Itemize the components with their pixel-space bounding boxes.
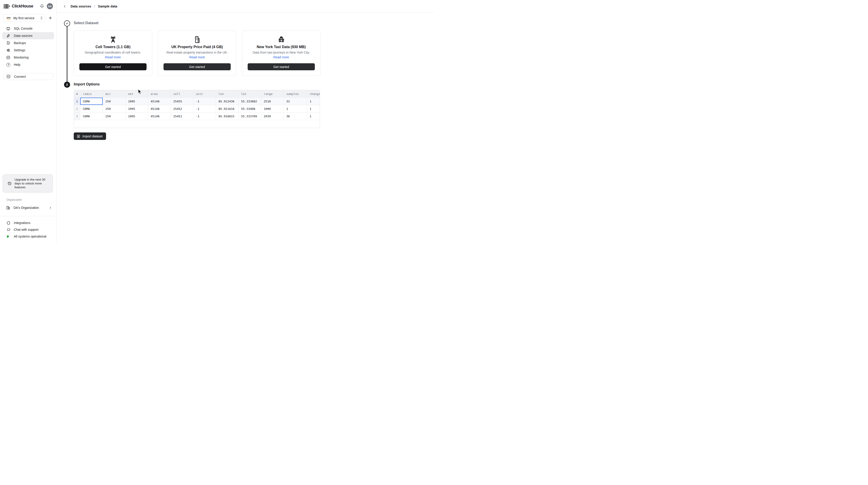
table-cell[interactable]: 1 <box>307 105 320 112</box>
brand-name: ClickHouse <box>12 4 33 8</box>
dataset-title: Cell Towers (1.1 GB) <box>95 45 130 49</box>
import-dataset-button[interactable]: Import dataset <box>74 132 106 140</box>
sidebar-item-label: Monitoring <box>14 56 29 59</box>
connect-label: Connect <box>14 75 26 78</box>
table-cell[interactable]: 2518 <box>261 98 284 105</box>
chat-bubble-icon <box>7 228 11 232</box>
table-cell[interactable]: 25452 <box>171 105 193 112</box>
get-started-button-cell-towers[interactable]: Get started <box>80 63 147 70</box>
sidebar-item-settings[interactable]: Settings <box>2 46 54 54</box>
check-icon <box>66 22 68 25</box>
table-cell[interactable]: 250 <box>103 112 126 120</box>
organization-building-icon <box>6 206 10 210</box>
sidebar-header: ClickHouse DA <box>0 0 56 9</box>
sidebar-item-sql-console[interactable]: SQL Console <box>2 25 54 32</box>
breadcrumb-section[interactable]: Data sources <box>70 4 91 8</box>
table-cell[interactable]: CDMA <box>80 112 103 120</box>
table-cell[interactable]: 55.333769 <box>239 112 261 120</box>
service-row: aws My first service <box>3 14 53 22</box>
table-cell[interactable]: 1005 <box>126 105 148 112</box>
dataset-description: Real-estate property transactions in the… <box>166 51 228 54</box>
table-row: 1 CDMA 250 1005 45148 25455 -1 85.912436… <box>74 98 320 105</box>
dataset-card-ny-taxi: New York Taxi Data (930 MB) Data from ta… <box>242 31 320 76</box>
table-cell[interactable]: 25455 <box>171 98 193 105</box>
aws-logo-icon: aws <box>6 17 11 20</box>
table-cell[interactable]: 85.921616 <box>216 105 239 112</box>
table-cell[interactable]: -1 <box>193 112 216 120</box>
organization-switcher[interactable]: DA's Organization <box>0 204 56 211</box>
table-cell[interactable]: 1 <box>307 98 320 105</box>
service-selector[interactable]: aws My first service <box>3 14 45 22</box>
add-service-button[interactable] <box>47 15 53 21</box>
clickhouse-logo-icon <box>4 4 10 8</box>
table-cell[interactable]: 1005 <box>126 112 148 120</box>
upgrade-banner[interactable]: Upgrade in the next 30 days to unlock mo… <box>3 174 53 192</box>
sidebar-item-integrations[interactable]: Integrations <box>0 220 56 226</box>
dataset-card-uk-property: UK Property Price Paid (4 GB) Real-estat… <box>158 31 236 76</box>
monitoring-chart-icon <box>6 56 10 59</box>
table-cell[interactable]: 85.912436 <box>216 98 239 105</box>
read-more-link[interactable]: Read more <box>105 55 121 59</box>
column-header-radio: radio <box>80 90 103 98</box>
sidebar-item-monitoring[interactable]: Monitoring <box>2 54 54 61</box>
help-question-icon <box>6 63 10 67</box>
system-status[interactable]: All systems operational <box>0 233 56 240</box>
row-number: 2 <box>74 105 80 112</box>
footer-item-label: Chat with support <box>14 228 38 231</box>
table-cell-selected[interactable]: CDMA <box>80 98 103 105</box>
sidebar-item-backups[interactable]: Backups <box>2 39 54 46</box>
table-row: 3 CDMA 250 1005 45148 25451 -1 85.916815… <box>74 112 320 120</box>
clickhouse-logo[interactable]: ClickHouse <box>4 4 33 8</box>
sidebar-item-chat-support[interactable]: Chat with support <box>0 226 56 233</box>
table-cell[interactable]: 55.33408 <box>239 105 261 112</box>
notifications-bell-icon[interactable] <box>40 4 44 8</box>
sidebar-item-label: Data sources <box>14 34 32 37</box>
table-cell[interactable]: -1 <box>193 98 216 105</box>
table-cell[interactable]: 2039 <box>261 112 284 120</box>
read-more-link[interactable]: Read more <box>189 55 205 59</box>
column-header-lon: lon <box>216 90 239 98</box>
sidebar-item-data-sources[interactable]: Data sources <box>2 32 54 39</box>
table-cell[interactable]: 85.916815 <box>216 112 239 120</box>
read-more-link[interactable]: Read more <box>273 55 289 59</box>
upgrade-clock-icon <box>7 181 12 186</box>
table-cell[interactable]: 32 <box>284 98 307 105</box>
table-cell[interactable]: CDMA <box>80 105 103 112</box>
connect-button[interactable]: Connect <box>3 73 53 80</box>
table-cell[interactable]: 1005 <box>126 98 148 105</box>
column-header-lat: lat <box>239 90 261 98</box>
table-cell[interactable]: 1000 <box>261 105 284 112</box>
table-cell[interactable]: 250 <box>103 98 126 105</box>
table-cell[interactable]: 45148 <box>148 105 171 112</box>
table-cell[interactable]: 250 <box>103 105 126 112</box>
app-window: ClickHouse DA aws My first serv <box>0 0 434 243</box>
dataset-card-cell-towers: Cell Towers (1.1 GB) Geographical coordi… <box>74 31 152 76</box>
table-cell[interactable]: 25451 <box>171 112 193 120</box>
column-header-net: net <box>126 90 148 98</box>
table-cell[interactable]: 1 <box>307 112 320 120</box>
dataset-title: New York Taxi Data (930 MB) <box>257 45 306 49</box>
get-started-button-uk-property[interactable]: Get started <box>163 63 231 70</box>
column-header-cell: cell <box>171 90 193 98</box>
table-cell[interactable]: 45148 <box>148 112 171 120</box>
breadcrumb-bar: Data sources / Sample data <box>57 0 434 13</box>
get-started-button-ny-taxi[interactable]: Get started <box>248 63 315 70</box>
sidebar-item-help[interactable]: Help <box>2 61 54 68</box>
breadcrumb-page: Sample data <box>98 4 117 8</box>
row-number: 1 <box>74 98 80 105</box>
table-cell[interactable]: 45148 <box>148 98 171 105</box>
back-chevron-icon[interactable] <box>62 4 67 9</box>
step-rail-line <box>67 23 67 85</box>
table-cell[interactable]: -1 <box>193 105 216 112</box>
column-header-mcc: mcc <box>103 90 126 98</box>
import-dataset-label: Import dataset <box>82 134 103 138</box>
dataset-description: Geographical coordinates of cell towers. <box>85 51 141 54</box>
breadcrumb-separator: / <box>94 4 95 8</box>
page-content: Select Dataset <box>57 13 434 243</box>
table-cell[interactable]: 55.333682 <box>239 98 261 105</box>
table-cell[interactable]: 36 <box>284 112 307 120</box>
user-avatar[interactable]: DA <box>47 3 53 9</box>
table-cell[interactable]: 1 <box>284 105 307 112</box>
taxi-icon <box>277 35 286 44</box>
organization-section-label: Organization <box>6 198 56 201</box>
